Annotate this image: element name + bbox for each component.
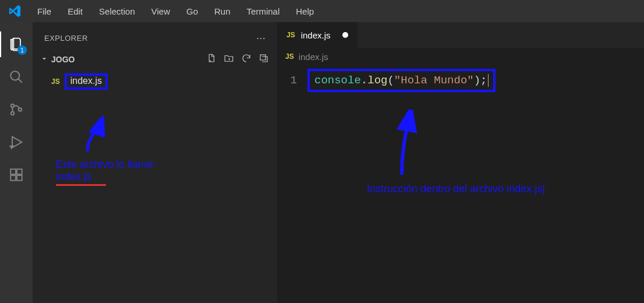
token-function: log bbox=[367, 74, 387, 87]
js-file-icon: JS bbox=[51, 77, 60, 86]
new-folder-icon[interactable] bbox=[224, 53, 234, 65]
code-area[interactable]: 1 console.log("Hola Mundo"); bbox=[277, 65, 644, 96]
menu-terminal[interactable]: Terminal bbox=[239, 4, 288, 19]
token-string: "Hola Mundo" bbox=[394, 74, 474, 87]
unsaved-dot-icon bbox=[342, 32, 348, 38]
svg-rect-6 bbox=[10, 175, 16, 181]
code-line-1[interactable]: 1 console.log("Hola Mundo"); bbox=[277, 69, 644, 92]
menu-go[interactable]: Go bbox=[178, 4, 206, 19]
vscode-logo-icon bbox=[8, 5, 21, 17]
menu-selection[interactable]: Selection bbox=[91, 4, 143, 19]
breadcrumb-file: index.js bbox=[299, 52, 328, 62]
js-file-icon: JS bbox=[286, 31, 295, 39]
tab-label: index.js bbox=[301, 30, 331, 40]
menu-file[interactable]: File bbox=[29, 4, 59, 19]
svg-point-0 bbox=[10, 71, 19, 80]
activity-source-control[interactable] bbox=[0, 93, 33, 126]
svg-rect-5 bbox=[10, 169, 16, 174]
menu-help[interactable]: Help bbox=[288, 4, 322, 19]
folder-actions bbox=[206, 53, 269, 65]
annotation-highlight-filename: index.js bbox=[65, 73, 108, 90]
refresh-icon[interactable] bbox=[241, 53, 252, 65]
breadcrumb[interactable]: JS index.js bbox=[277, 48, 644, 65]
menu-edit[interactable]: Edit bbox=[59, 4, 91, 19]
folder-row[interactable]: JOGO bbox=[35, 51, 275, 68]
svg-point-4 bbox=[10, 146, 13, 149]
svg-rect-7 bbox=[17, 175, 22, 181]
collapse-all-icon[interactable] bbox=[259, 53, 269, 65]
text-cursor bbox=[488, 74, 489, 87]
token-semicolon: ; bbox=[480, 74, 487, 87]
svg-point-1 bbox=[11, 104, 14, 107]
tab-bar: JS index.js bbox=[277, 22, 644, 48]
explorer-panel: EXPLORER ⋯ JOGO JS index.js bbox=[33, 22, 277, 303]
tab-indexjs[interactable]: JS index.js bbox=[277, 22, 358, 48]
token-object: console bbox=[314, 74, 361, 87]
menu-view[interactable]: View bbox=[143, 4, 178, 19]
explorer-header: EXPLORER ⋯ bbox=[35, 28, 275, 51]
activity-explorer[interactable]: 1 bbox=[0, 28, 33, 61]
explorer-title: EXPLORER bbox=[44, 34, 88, 43]
explorer-more-icon[interactable]: ⋯ bbox=[256, 33, 266, 44]
file-name: index.js bbox=[70, 76, 102, 86]
svg-rect-9 bbox=[260, 55, 266, 60]
js-file-icon: JS bbox=[285, 52, 294, 61]
activity-search[interactable] bbox=[0, 61, 33, 93]
chevron-down-icon bbox=[41, 55, 48, 64]
menu-run[interactable]: Run bbox=[206, 4, 239, 19]
token-paren-open: ( bbox=[387, 74, 394, 87]
explorer-badge: 1 bbox=[17, 45, 27, 55]
folder-name: JOGO bbox=[51, 55, 75, 64]
new-file-icon[interactable] bbox=[206, 53, 217, 65]
svg-point-3 bbox=[19, 108, 22, 111]
annotation-highlight-code: console.log("Hola Mundo"); bbox=[307, 69, 496, 92]
menu-bar: File Edit Selection View Go Run Terminal… bbox=[0, 0, 644, 22]
file-row-indexjs[interactable]: JS index.js bbox=[35, 71, 275, 92]
token-paren-close: ) bbox=[474, 74, 480, 87]
line-number: 1 bbox=[277, 72, 307, 89]
activity-run-debug[interactable] bbox=[0, 126, 33, 158]
activity-bar: 1 bbox=[0, 22, 33, 303]
svg-rect-8 bbox=[17, 169, 22, 174]
token-dot: . bbox=[361, 74, 367, 87]
editor-area: JS index.js JS index.js 1 console.log("H… bbox=[277, 22, 644, 303]
svg-point-2 bbox=[11, 112, 14, 115]
activity-extensions[interactable] bbox=[0, 158, 33, 191]
